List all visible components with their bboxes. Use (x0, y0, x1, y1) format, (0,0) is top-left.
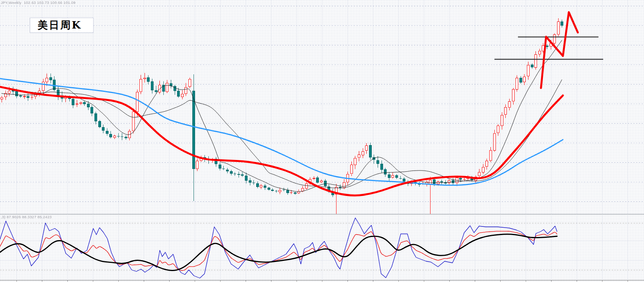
symbol-ohlc-label: JPY,Weekly 102.63 103.73 100.66 101.09 (1, 0, 76, 5)
trading-chart-window: JPY,Weekly 102.63 103.73 100.66 101.09 美… (0, 0, 644, 282)
chart-title-annotation[interactable]: 美日周K (30, 18, 94, 33)
indicator-values-label: ,3) 87.9026 88.3327 85.2423 (1, 215, 52, 219)
price-chart-canvas[interactable] (0, 0, 644, 282)
